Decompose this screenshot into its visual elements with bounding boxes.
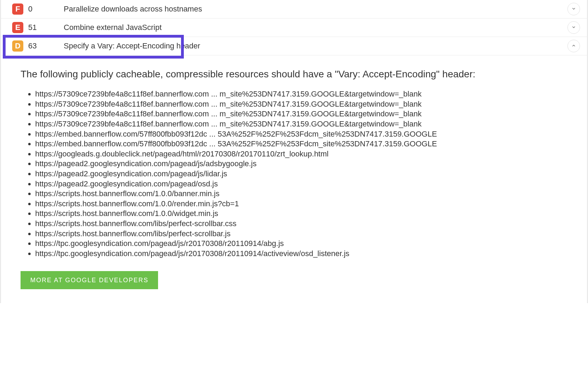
rule-row-parallelize-downloads[interactable]: F 0 Parallelize downloads across hostnam… xyxy=(1,0,587,18)
resource-item: https://pagead2.googlesyndication.com/pa… xyxy=(35,179,567,189)
rule-details: The following publicly cacheable, compre… xyxy=(1,55,587,289)
expand-toggle[interactable] xyxy=(567,3,580,15)
resource-item: https://scripts.host.bannerflow.com/1.0.… xyxy=(35,199,567,209)
rule-row-vary-accept-encoding[interactable]: D 63 Specify a Vary: Accept-Encoding hea… xyxy=(1,37,587,55)
rule-title: Parallelize downloads across hostnames xyxy=(50,5,567,14)
resource-item: https://scripts.host.bannerflow.com/libs… xyxy=(35,219,567,229)
rule-title: Specify a Vary: Accept-Encoding header xyxy=(50,41,567,51)
grade-badge: D xyxy=(12,40,23,52)
details-heading: The following publicly cacheable, compre… xyxy=(21,67,567,81)
rule-score: 0 xyxy=(23,5,50,14)
resource-item: https://tpc.googlesyndication.com/pagead… xyxy=(35,239,567,249)
rule-score: 63 xyxy=(23,41,50,51)
resource-list: https://57309ce7239bfe4a8c11f8ef.bannerf… xyxy=(21,89,567,259)
resource-item: https://pagead2.googlesyndication.com/pa… xyxy=(35,169,567,179)
resource-item: https://57309ce7239bfe4a8c11f8ef.bannerf… xyxy=(35,89,567,99)
audit-rules-panel: F 0 Parallelize downloads across hostnam… xyxy=(0,0,588,303)
rule-score: 51 xyxy=(23,23,50,32)
rule-title: Combine external JavaScript xyxy=(50,23,567,32)
chevron-up-icon xyxy=(571,43,576,49)
rule-row-combine-external-javascript[interactable]: E 51 Combine external JavaScript xyxy=(1,18,587,37)
resource-item: https://embed.bannerflow.com/57ff800fbb0… xyxy=(35,129,567,139)
resource-item: https://scripts.host.bannerflow.com/1.0.… xyxy=(35,189,567,199)
grade-badge: F xyxy=(12,3,23,15)
resource-item: https://scripts.host.bannerflow.com/1.0.… xyxy=(35,209,567,219)
resource-item: https://pagead2.googlesyndication.com/pa… xyxy=(35,159,567,169)
resource-item: https://tpc.googlesyndication.com/pagead… xyxy=(35,249,567,259)
expand-toggle[interactable] xyxy=(567,21,580,34)
resource-item: https://scripts.host.bannerflow.com/libs… xyxy=(35,229,567,239)
chevron-down-icon xyxy=(571,25,576,31)
grade-badge: E xyxy=(12,22,23,33)
resource-item: https://embed.bannerflow.com/57ff800fbb0… xyxy=(35,139,567,149)
chevron-down-icon xyxy=(571,6,576,12)
resource-item: https://googleads.g.doubleclick.net/page… xyxy=(35,149,567,159)
more-at-google-developers-button[interactable]: MORE AT GOOGLE DEVELOPERS xyxy=(21,271,158,289)
resource-item: https://57309ce7239bfe4a8c11f8ef.bannerf… xyxy=(35,109,567,119)
expand-toggle[interactable] xyxy=(567,40,580,52)
resource-item: https://57309ce7239bfe4a8c11f8ef.bannerf… xyxy=(35,99,567,109)
resource-item: https://57309ce7239bfe4a8c11f8ef.bannerf… xyxy=(35,119,567,129)
